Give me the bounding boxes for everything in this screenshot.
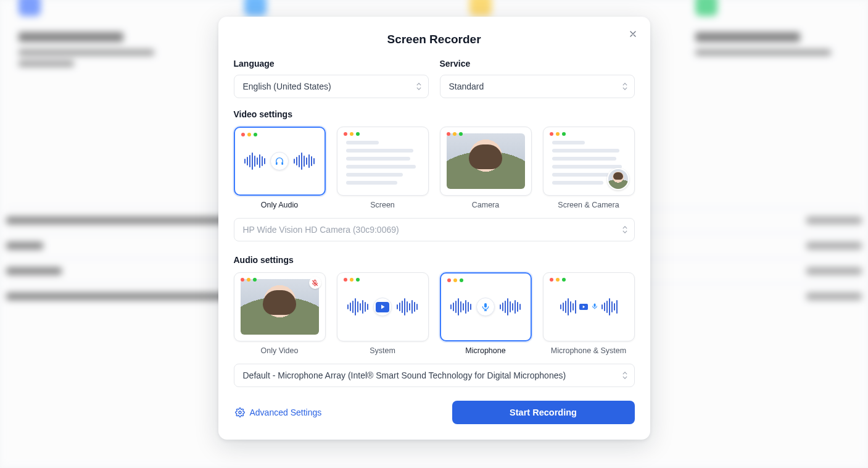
microphone-device-select[interactable]: Default - Microphone Array (Intel® Smart… — [234, 364, 635, 387]
language-select[interactable]: English (United States) — [234, 75, 429, 98]
avatar — [607, 168, 629, 190]
svg-rect-0 — [276, 162, 278, 165]
chevrons-icon — [622, 83, 627, 90]
video-option-camera[interactable] — [440, 127, 532, 196]
video-option-label: Only Audio — [261, 201, 298, 209]
service-select[interactable]: Standard — [440, 75, 635, 98]
audio-option-label: Only Video — [261, 346, 299, 355]
service-label: Service — [440, 59, 635, 69]
play-icon — [579, 304, 588, 310]
start-recording-label: Start Recording — [510, 407, 577, 417]
service-value: Standard — [449, 81, 484, 91]
svg-point-5 — [239, 411, 241, 414]
start-recording-button[interactable]: Start Recording — [452, 401, 635, 424]
audio-option-label: Microphone & System — [551, 346, 626, 355]
microphone-icon — [476, 298, 495, 316]
camera-preview — [447, 133, 525, 189]
video-option-label: Camera — [472, 201, 499, 209]
screen-recorder-modal: Screen Recorder Language English (United… — [218, 17, 650, 440]
svg-rect-1 — [281, 162, 283, 165]
chevrons-icon — [622, 226, 627, 233]
camera-device-value: HP Wide Vision HD Camera (30c9:0069) — [243, 225, 399, 235]
chevrons-icon — [622, 372, 627, 379]
language-value: English (United States) — [243, 81, 331, 91]
video-option-label: Screen — [370, 201, 395, 209]
video-option-only-audio[interactable] — [234, 127, 326, 196]
audio-option-system[interactable] — [337, 272, 429, 341]
mic-muted-icon — [309, 277, 321, 289]
audio-option-mic-system[interactable] — [543, 272, 635, 341]
close-button[interactable] — [624, 25, 642, 43]
audio-option-only-video[interactable] — [234, 272, 326, 341]
video-icon — [373, 298, 392, 316]
video-option-screen-camera[interactable] — [543, 127, 635, 196]
headphones-icon — [270, 152, 289, 170]
close-icon — [628, 29, 638, 39]
camera-preview — [241, 279, 319, 335]
video-options: Only Audio Screen Camera Screen & Camera — [234, 127, 635, 209]
video-option-screen[interactable] — [337, 127, 429, 196]
advanced-settings-label: Advanced Settings — [250, 407, 322, 417]
advanced-settings-button[interactable]: Advanced Settings — [234, 404, 323, 421]
gear-icon — [235, 407, 245, 417]
microphone-icon — [591, 301, 598, 312]
audio-option-microphone[interactable] — [440, 272, 532, 341]
chevrons-icon — [416, 83, 421, 90]
video-section-label: Video settings — [234, 109, 635, 119]
svg-rect-3 — [484, 303, 487, 307]
audio-section-label: Audio settings — [234, 255, 635, 265]
svg-rect-4 — [593, 304, 595, 307]
audio-option-label: System — [370, 346, 395, 355]
camera-device-select[interactable]: HP Wide Vision HD Camera (30c9:0069) — [234, 218, 635, 241]
language-label: Language — [234, 59, 429, 69]
video-option-label: Screen & Camera — [558, 201, 619, 209]
microphone-device-value: Default - Microphone Array (Intel® Smart… — [243, 370, 566, 380]
audio-options: Only Video System — [234, 272, 635, 355]
audio-option-label: Microphone — [465, 346, 505, 355]
modal-title: Screen Recorder — [234, 33, 635, 46]
